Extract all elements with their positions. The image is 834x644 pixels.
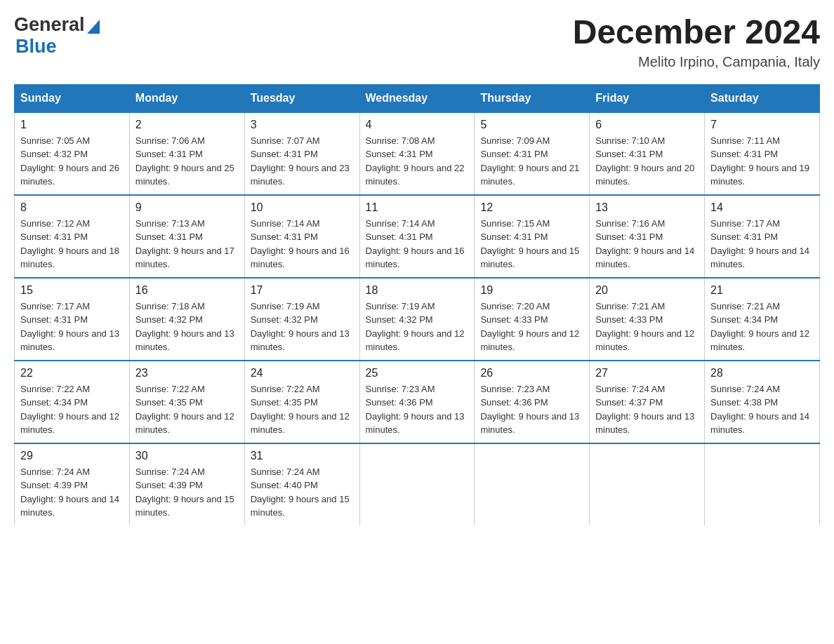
day-info: Sunrise: 7:24 AMSunset: 4:40 PMDaylight:… [251, 465, 354, 520]
day-number: 1 [20, 119, 124, 131]
day-number: 15 [20, 284, 124, 297]
day-number: 24 [251, 367, 354, 380]
day-info: Sunrise: 7:09 AMSunset: 4:31 PMDaylight:… [480, 134, 583, 189]
day-info: Sunrise: 7:17 AMSunset: 4:31 PMDaylight:… [20, 300, 124, 354]
month-title: December 2024 [573, 14, 820, 51]
page-header: General Blue December 2024 Melito Irpino… [14, 14, 820, 70]
day-info: Sunrise: 7:14 AMSunset: 4:31 PMDaylight:… [251, 217, 354, 271]
day-number: 10 [251, 201, 354, 214]
day-info: Sunrise: 7:18 AMSunset: 4:32 PMDaylight:… [135, 300, 239, 354]
day-info: Sunrise: 7:19 AMSunset: 4:32 PMDaylight:… [366, 300, 469, 354]
day-info: Sunrise: 7:10 AMSunset: 4:31 PMDaylight:… [595, 134, 699, 189]
day-info: Sunrise: 7:15 AMSunset: 4:31 PMDaylight:… [480, 217, 583, 271]
day-number: 16 [135, 284, 239, 297]
day-info: Sunrise: 7:24 AMSunset: 4:39 PMDaylight:… [20, 465, 124, 520]
location-text: Melito Irpino, Campania, Italy [573, 54, 820, 70]
header-monday: Monday [129, 84, 244, 112]
day-number: 27 [595, 367, 699, 380]
day-number: 25 [366, 367, 469, 380]
day-cell [475, 443, 590, 525]
header-thursday: Thursday [475, 84, 590, 112]
day-cell: 10 Sunrise: 7:14 AMSunset: 4:31 PMDaylig… [244, 195, 359, 278]
day-number: 4 [366, 119, 469, 131]
svg-marker-0 [87, 20, 100, 34]
day-cell: 14 Sunrise: 7:17 AMSunset: 4:31 PMDaylig… [705, 195, 820, 278]
day-info: Sunrise: 7:07 AMSunset: 4:31 PMDaylight:… [251, 134, 354, 189]
logo-general-text: General [14, 14, 85, 36]
day-cell: 12 Sunrise: 7:15 AMSunset: 4:31 PMDaylig… [475, 195, 590, 278]
day-cell: 21 Sunrise: 7:21 AMSunset: 4:34 PMDaylig… [705, 278, 820, 361]
week-row-5: 29 Sunrise: 7:24 AMSunset: 4:39 PMDaylig… [15, 443, 820, 525]
day-info: Sunrise: 7:05 AMSunset: 4:32 PMDaylight:… [20, 134, 124, 189]
title-section: December 2024 Melito Irpino, Campania, I… [573, 14, 820, 70]
day-info: Sunrise: 7:22 AMSunset: 4:35 PMDaylight:… [135, 382, 239, 437]
day-cell: 8 Sunrise: 7:12 AMSunset: 4:31 PMDayligh… [15, 195, 130, 278]
day-cell [590, 443, 705, 525]
day-number: 23 [135, 367, 239, 380]
day-cell: 1 Sunrise: 7:05 AMSunset: 4:32 PMDayligh… [15, 112, 130, 195]
day-cell: 29 Sunrise: 7:24 AMSunset: 4:39 PMDaylig… [15, 443, 130, 525]
day-cell: 6 Sunrise: 7:10 AMSunset: 4:31 PMDayligh… [590, 112, 705, 195]
day-cell [705, 443, 820, 525]
day-number: 31 [251, 450, 354, 462]
day-info: Sunrise: 7:12 AMSunset: 4:31 PMDaylight:… [20, 217, 124, 271]
calendar-table: SundayMondayTuesdayWednesdayThursdayFrid… [14, 84, 820, 525]
day-cell: 26 Sunrise: 7:23 AMSunset: 4:36 PMDaylig… [475, 361, 590, 443]
day-cell: 4 Sunrise: 7:08 AMSunset: 4:31 PMDayligh… [359, 112, 475, 195]
calendar-header-row: SundayMondayTuesdayWednesdayThursdayFrid… [15, 84, 820, 112]
day-info: Sunrise: 7:24 AMSunset: 4:38 PMDaylight:… [710, 382, 814, 437]
week-row-1: 1 Sunrise: 7:05 AMSunset: 4:32 PMDayligh… [15, 112, 820, 195]
day-cell: 24 Sunrise: 7:22 AMSunset: 4:35 PMDaylig… [244, 361, 359, 443]
day-number: 22 [20, 367, 124, 380]
day-number: 5 [480, 119, 583, 131]
day-info: Sunrise: 7:16 AMSunset: 4:31 PMDaylight:… [595, 217, 699, 271]
day-number: 20 [595, 284, 699, 297]
day-info: Sunrise: 7:21 AMSunset: 4:33 PMDaylight:… [595, 300, 699, 354]
day-number: 13 [595, 201, 699, 214]
day-info: Sunrise: 7:22 AMSunset: 4:35 PMDaylight:… [251, 382, 354, 437]
day-number: 8 [20, 201, 124, 214]
week-row-2: 8 Sunrise: 7:12 AMSunset: 4:31 PMDayligh… [15, 195, 820, 278]
day-number: 21 [710, 284, 814, 297]
week-row-4: 22 Sunrise: 7:22 AMSunset: 4:34 PMDaylig… [15, 361, 820, 443]
day-cell: 17 Sunrise: 7:19 AMSunset: 4:32 PMDaylig… [244, 278, 359, 361]
day-cell: 11 Sunrise: 7:14 AMSunset: 4:31 PMDaylig… [359, 195, 475, 278]
day-cell: 3 Sunrise: 7:07 AMSunset: 4:31 PMDayligh… [244, 112, 359, 195]
day-number: 3 [251, 119, 354, 131]
day-cell: 28 Sunrise: 7:24 AMSunset: 4:38 PMDaylig… [705, 361, 820, 443]
day-cell: 31 Sunrise: 7:24 AMSunset: 4:40 PMDaylig… [244, 443, 359, 525]
day-cell: 2 Sunrise: 7:06 AMSunset: 4:31 PMDayligh… [129, 112, 244, 195]
day-number: 28 [710, 367, 814, 380]
header-friday: Friday [590, 84, 705, 112]
day-info: Sunrise: 7:17 AMSunset: 4:31 PMDaylight:… [710, 217, 814, 271]
day-cell: 16 Sunrise: 7:18 AMSunset: 4:32 PMDaylig… [129, 278, 244, 361]
day-cell: 20 Sunrise: 7:21 AMSunset: 4:33 PMDaylig… [590, 278, 705, 361]
day-number: 30 [135, 450, 239, 462]
day-info: Sunrise: 7:23 AMSunset: 4:36 PMDaylight:… [480, 382, 583, 437]
day-number: 9 [135, 201, 239, 214]
day-number: 14 [710, 201, 814, 214]
header-sunday: Sunday [15, 84, 130, 112]
day-cell: 13 Sunrise: 7:16 AMSunset: 4:31 PMDaylig… [590, 195, 705, 278]
day-number: 11 [366, 201, 469, 214]
day-number: 18 [366, 284, 469, 297]
day-cell: 25 Sunrise: 7:23 AMSunset: 4:36 PMDaylig… [359, 361, 475, 443]
day-info: Sunrise: 7:23 AMSunset: 4:36 PMDaylight:… [366, 382, 469, 437]
day-cell: 5 Sunrise: 7:09 AMSunset: 4:31 PMDayligh… [475, 112, 590, 195]
day-info: Sunrise: 7:21 AMSunset: 4:34 PMDaylight:… [710, 300, 814, 354]
day-info: Sunrise: 7:14 AMSunset: 4:31 PMDaylight:… [366, 217, 469, 271]
header-wednesday: Wednesday [359, 84, 475, 112]
day-number: 19 [480, 284, 583, 297]
day-info: Sunrise: 7:08 AMSunset: 4:31 PMDaylight:… [366, 134, 469, 189]
day-cell: 22 Sunrise: 7:22 AMSunset: 4:34 PMDaylig… [15, 361, 130, 443]
day-number: 17 [251, 284, 354, 297]
day-info: Sunrise: 7:24 AMSunset: 4:37 PMDaylight:… [595, 382, 699, 437]
day-info: Sunrise: 7:20 AMSunset: 4:33 PMDaylight:… [480, 300, 583, 354]
day-number: 29 [20, 450, 124, 462]
day-cell: 27 Sunrise: 7:24 AMSunset: 4:37 PMDaylig… [590, 361, 705, 443]
day-cell: 23 Sunrise: 7:22 AMSunset: 4:35 PMDaylig… [129, 361, 244, 443]
day-number: 26 [480, 367, 583, 380]
day-cell [359, 443, 475, 525]
day-info: Sunrise: 7:06 AMSunset: 4:31 PMDaylight:… [135, 134, 239, 189]
week-row-3: 15 Sunrise: 7:17 AMSunset: 4:31 PMDaylig… [15, 278, 820, 361]
